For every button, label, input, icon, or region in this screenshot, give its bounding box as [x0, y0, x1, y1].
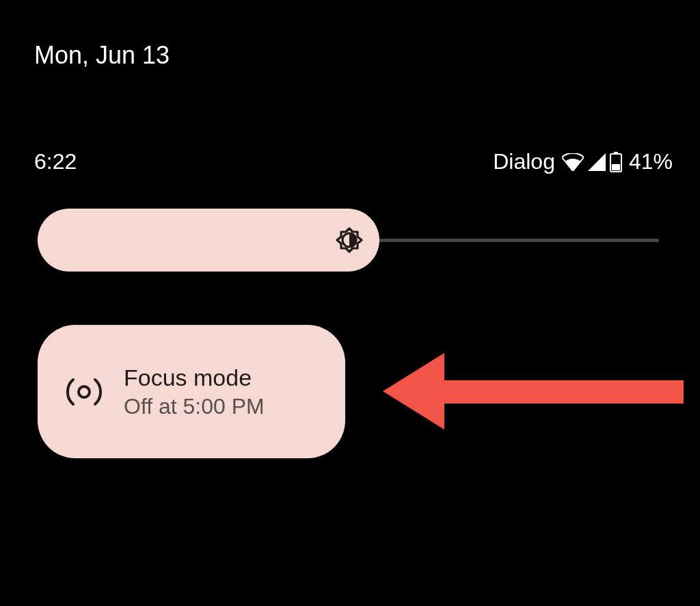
focus-mode-icon — [65, 373, 103, 411]
battery-percent: 41% — [629, 149, 673, 174]
svg-rect-2 — [612, 164, 620, 170]
brightness-icon — [333, 224, 366, 256]
svg-rect-5 — [431, 380, 684, 404]
battery-icon — [610, 152, 622, 172]
annotation-arrow-icon — [383, 353, 684, 430]
carrier-label: Dialog — [493, 149, 555, 174]
tile-text: Focus mode Off at 5:00 PM — [124, 365, 265, 419]
status-bar: 6:22 Dialog 41% — [34, 149, 673, 174]
date-header: Mon, Jun 13 — [34, 41, 170, 70]
tile-title: Focus mode — [124, 365, 265, 391]
quick-tile-focus-mode[interactable]: Focus mode Off at 5:00 PM — [38, 325, 345, 458]
wifi-icon — [562, 153, 584, 171]
svg-point-4 — [79, 386, 90, 397]
svg-marker-6 — [383, 353, 444, 430]
tile-subtitle: Off at 5:00 PM — [124, 394, 265, 419]
cellular-icon — [588, 153, 606, 171]
brightness-slider-thumb[interactable] — [38, 209, 379, 272]
status-right-cluster: Dialog 41% — [493, 149, 673, 174]
status-time: 6:22 — [34, 149, 77, 174]
status-icons — [562, 152, 622, 172]
